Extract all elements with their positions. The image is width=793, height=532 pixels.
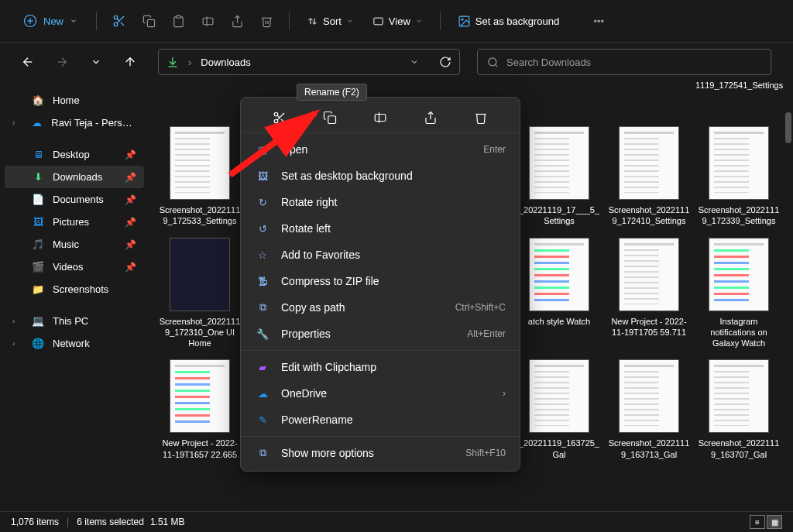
ctx-powerrename[interactable]: ✎PowerRename [241,407,520,433]
address-bar[interactable]: › Downloads [158,49,460,75]
sidebar-item-this-pc[interactable]: ›💻This PC [5,310,144,332]
search-icon [487,57,499,68]
ctx-shortcut: Enter [483,144,506,155]
file-item[interactable]: Screenshot_20221119_172310_One UI Home [156,235,243,352]
rename-button[interactable] [194,8,221,34]
file-item[interactable]: Screenshot_20221119_172533_Settings [156,123,243,230]
up-button[interactable] [116,48,144,76]
download-icon: ⬇ [31,171,45,183]
chevron-down-icon [346,17,354,25]
chevron-down-icon[interactable] [410,57,419,67]
cut-button[interactable] [106,8,132,34]
ctx-set-bg[interactable]: 🖼Set as desktop background [241,163,520,189]
trash-icon [260,15,273,28]
ctx-clipchamp[interactable]: ▰Edit with Clipchamp [241,354,520,380]
svg-point-27 [275,119,279,123]
svg-line-24 [495,64,497,67]
file-item[interactable]: _20221119_163725_Gal [516,356,602,463]
sidebar-item-music[interactable]: 🎵Music📌 [5,233,144,256]
sidebar-item-videos[interactable]: 🎬Videos📌 [5,256,144,278]
rotate-right-icon: ↻ [255,197,270,208]
paste-button[interactable] [165,8,191,34]
sidebar-item-personal[interactable]: ›☁Ravi Teja - Personal [5,112,144,134]
file-item[interactable]: _20221119_17___5_Settings [516,123,602,230]
sidebar-item-network[interactable]: ›🌐Network [5,332,144,355]
search-input[interactable]: Search Downloads [477,49,771,75]
forward-button[interactable] [48,48,76,76]
new-button[interactable]: New [14,9,87,33]
file-item[interactable]: New Project - 2022-11-19T1705 59.711 [606,235,692,352]
delete-button[interactable] [253,8,280,34]
view-thumbnails-button[interactable]: ▦ [767,515,782,529]
file-item[interactable]: atch style Watch [516,235,602,352]
back-button[interactable] [14,48,42,76]
plus-circle-icon [23,14,37,28]
recent-button[interactable] [82,48,110,76]
pc-icon: 💻 [31,315,45,327]
svg-line-7 [117,19,119,21]
ctx-favorites[interactable]: ☆Add to Favorites [241,242,520,268]
ctx-properties[interactable]: 🔧PropertiesAlt+Enter [241,321,520,347]
sidebar-item-screenshots[interactable]: 📁Screenshots [5,278,144,300]
rotate-left-icon: ↺ [255,223,270,235]
share-button[interactable] [224,8,250,34]
share-icon [424,111,438,125]
file-item[interactable]: Screenshot_20221119_172410_Settings [606,123,692,230]
arrow-left-icon [21,55,35,69]
file-item[interactable]: Screenshot_20221119_172339_Settings [695,123,782,230]
ctx-zip[interactable]: 🗜Compress to ZIP file [241,268,520,294]
open-icon: ▢ [255,144,270,156]
ctx-share-button[interactable] [416,105,445,130]
sidebar-item-desktop[interactable]: 🖥Desktop📌 [5,143,144,166]
sidebar-item-pictures[interactable]: 🖼Pictures📌 [5,211,144,233]
ctx-more-options[interactable]: ⧉Show more optionsShift+F10 [241,440,520,466]
file-name: _20221119_17___5_Settings [517,204,601,227]
file-name: Instagram notifications on Galaxy Watch [699,316,779,349]
file-name: Screenshot_20221119_172310_One UI Home [158,316,242,349]
trash-icon [474,111,488,125]
set-bg-button[interactable]: Set as background [450,10,567,33]
download-icon [166,56,179,68]
view-button[interactable]: View [365,11,431,32]
breadcrumb: Downloads [201,57,250,68]
ctx-open[interactable]: ▢OpenEnter [241,136,520,163]
file-item[interactable]: New Project - 2022-11-19T1657 22.665 [156,356,243,463]
sidebar-item-label: Screenshots [53,283,108,295]
ctx-rotate-left[interactable]: ↺Rotate left [241,215,520,242]
view-details-button[interactable]: ≡ [750,515,765,529]
ctx-rename-button[interactable] [366,105,395,130]
ctx-cut-button[interactable] [265,105,294,130]
file-item[interactable]: Screenshot_20221119_163713_Gal [606,356,692,463]
svg-rect-10 [203,18,213,25]
file-item[interactable]: 1119_172541_Settings [695,80,779,91]
rename-tooltip: Rename (F2) [297,84,367,101]
copy-button[interactable] [136,8,162,34]
file-item[interactable]: Instagram notifications on Galaxy Watch [695,235,782,352]
ctx-onedrive[interactable]: ☁OneDrive› [241,380,520,407]
sidebar-item-label: Documents [53,194,104,205]
refresh-icon[interactable] [439,56,451,68]
ctx-label: PowerRename [281,414,506,426]
ctx-shortcut: Alt+Enter [467,328,506,339]
ctx-copy-path[interactable]: ⧉Copy as pathCtrl+Shift+C [241,294,520,321]
wrench-icon: 🔧 [255,328,270,340]
nav-row: › Downloads Search Downloads [0,43,793,81]
ctx-delete-button[interactable] [466,105,496,130]
more-button[interactable]: ••• [585,8,612,34]
separator [241,350,520,351]
sort-button[interactable]: Sort [299,11,362,32]
file-item[interactable]: Screenshot_20221119_163707_Gal [695,356,782,463]
ctx-copy-button[interactable] [315,105,345,130]
clipchamp-icon: ▰ [255,362,270,373]
ctx-rotate-right[interactable]: ↻Rotate right [241,189,520,215]
scrollbar[interactable] [785,112,791,143]
sidebar-item-documents[interactable]: 📄Documents📌 [5,188,144,211]
thumbnail [170,126,230,200]
thumbnail [170,238,230,311]
sort-label: Sort [323,15,342,27]
sidebar-item-downloads[interactable]: ⬇Downloads📌 [5,166,144,188]
ctx-shortcut: Shift+F10 [465,448,506,458]
pin-icon: 📌 [125,149,136,160]
svg-line-6 [121,22,124,26]
sidebar-item-home[interactable]: 🏠Home [5,89,144,112]
